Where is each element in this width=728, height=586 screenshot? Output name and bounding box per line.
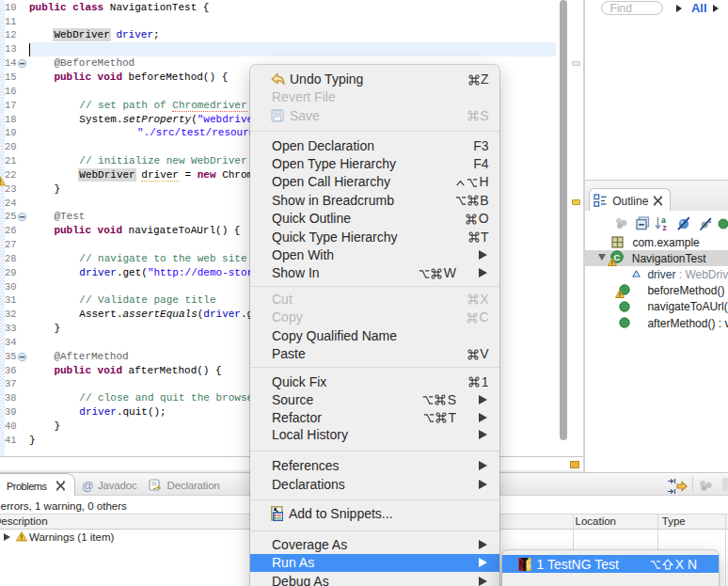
svg-text:z: z [663, 223, 667, 231]
